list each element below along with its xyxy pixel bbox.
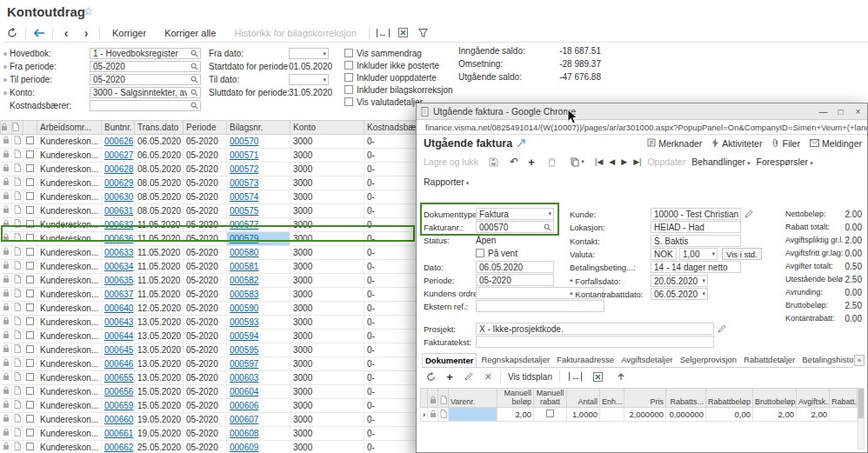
lokasjon-input[interactable]: HEIAD - Had	[651, 221, 741, 233]
cell-buntnr[interactable]: 000630	[102, 190, 135, 204]
cell-bilagsnr[interactable]: 000570	[227, 135, 290, 149]
row-note-icon[interactable]	[12, 177, 23, 190]
grid-row-note-icon[interactable]	[438, 408, 449, 422]
cell-bilagsnr[interactable]: 000593	[227, 316, 290, 330]
cell-bilagsnr[interactable]: 000608	[227, 427, 290, 441]
cell-bilagsnr[interactable]: 000609	[227, 441, 290, 453]
cell-bilagsnr[interactable]: 000604	[227, 385, 290, 399]
lookup-icon[interactable]	[190, 102, 198, 110]
grid-upload-icon[interactable]	[612, 369, 630, 384]
row-checkbox[interactable]	[23, 218, 37, 232]
pa-vent-checkbox[interactable]	[476, 249, 484, 257]
row-note-icon[interactable]	[12, 371, 23, 385]
cell-buntnr[interactable]: 000636	[102, 232, 135, 246]
cell-buntnr[interactable]: 000640	[102, 302, 135, 316]
cell-bilagsnr[interactable]: 000583	[227, 288, 290, 302]
cell-buntnr[interactable]: 000660	[102, 413, 135, 427]
cell-buntnr[interactable]: 000644	[102, 330, 135, 343]
checkbox-box[interactable]	[344, 61, 353, 70]
til-dato-input[interactable]: ▾	[289, 74, 329, 85]
betalingsbetingelser-input[interactable]: 14 - 14 dager netto	[651, 261, 741, 273]
cell-buntnr[interactable]: 000635	[102, 274, 135, 288]
cell-bilagsnr[interactable]: 000572	[227, 163, 290, 177]
lookup-icon[interactable]	[190, 50, 198, 57]
row-checkbox[interactable]	[23, 371, 37, 385]
row-checkbox[interactable]	[23, 316, 37, 330]
kostnadsbaerer-input[interactable]	[90, 100, 201, 111]
tab-avgiftsdetaljer[interactable]: Avgiftsdetaljer	[618, 353, 676, 367]
edit-pencil-icon[interactable]	[718, 324, 726, 333]
row-note-icon[interactable]	[12, 399, 23, 413]
edit-pencil-icon[interactable]	[744, 210, 753, 218]
tabs-overflow-icon[interactable]: »	[854, 355, 865, 366]
column-header-bilagsnr[interactable]: Bilagsnr.	[227, 121, 290, 135]
lookup-icon[interactable]	[544, 223, 551, 231]
row-note-icon[interactable]	[12, 413, 23, 427]
row-checkbox[interactable]	[23, 260, 37, 274]
grid-column-manuell-belop[interactable]: Manuell beløp	[497, 389, 534, 408]
periode-input[interactable]: 05-2020	[476, 274, 554, 286]
row-note-icon[interactable]	[12, 330, 23, 343]
checkbox-box[interactable]	[344, 85, 353, 94]
cell-rabatt[interactable]	[830, 408, 858, 422]
row-checkbox[interactable]	[23, 413, 37, 427]
cell-avgiftskategori[interactable]: 2,00	[797, 408, 830, 422]
row-checkbox[interactable]	[23, 274, 37, 288]
row-note-icon[interactable]	[12, 218, 23, 232]
row-checkbox[interactable]	[23, 357, 37, 371]
row-checkbox[interactable]	[23, 163, 37, 177]
row-checkbox[interactable]	[23, 302, 37, 316]
cell-bilagsnr[interactable]: 000574	[227, 190, 290, 204]
korriger-alle-button[interactable]: Korriger alle	[157, 26, 224, 40]
checkbox-inkluder-ikke-posterte[interactable]: Inkluder ikke posterte	[344, 59, 453, 71]
row-checkbox[interactable]	[23, 427, 37, 441]
cell-buntnr[interactable]: 000645	[102, 343, 135, 357]
row-note-icon[interactable]	[12, 316, 23, 330]
grid-column-enhet[interactable]: Enh...	[600, 389, 624, 408]
row-checkbox[interactable]	[23, 288, 37, 302]
column-header-trans-dato[interactable]: Trans.dato	[135, 121, 184, 135]
cell-buntnr[interactable]: 000659	[102, 399, 135, 413]
filter-icon[interactable]	[414, 25, 431, 41]
cell-bilagsnr[interactable]: 000580	[227, 246, 290, 260]
cell-bilagsnr[interactable]: 000595	[227, 343, 290, 357]
cell-buntnr[interactable]: 000637	[102, 288, 135, 302]
tab-selgerprovisjon[interactable]: Selgerprovisjon	[678, 353, 739, 367]
grid-column-rabatt[interactable]: Rabatt...	[830, 389, 858, 408]
tab-dokumenter[interactable]: Dokumenter	[422, 353, 477, 367]
cell-manuell-belop[interactable]: 2,00	[497, 408, 534, 422]
vis-i-std-button[interactable]: Vis i std.	[722, 248, 762, 260]
row-note-icon[interactable]	[12, 260, 23, 274]
cell-buntnr[interactable]: 000643	[102, 316, 135, 330]
grid-fit-width-icon[interactable]: ↔	[567, 369, 584, 384]
row-checkbox[interactable]	[23, 149, 37, 163]
tab-regnskapsdetaljer[interactable]: Regnskapsdetaljer	[478, 353, 552, 367]
cell-pris[interactable]: 2,000000	[624, 408, 666, 422]
dokumenttype-select[interactable]: Faktura▾	[476, 208, 554, 220]
checkbox-box[interactable]	[344, 97, 353, 106]
grid-edit-icon[interactable]	[460, 369, 477, 384]
column-header-konto[interactable]: Konto	[290, 121, 364, 135]
row-note-icon[interactable]	[12, 441, 23, 453]
kontantrabattdato-input[interactable]: 06.05.2020▾	[651, 288, 708, 300]
favorite-star-icon[interactable]: ☆	[83, 5, 93, 17]
grid-delete-row-icon[interactable]: ✕	[483, 369, 493, 384]
row-checkbox[interactable]	[23, 135, 37, 149]
grid-column-rabattsats[interactable]: Rabatts...	[666, 389, 706, 408]
cell-bilagsnr[interactable]: 000597	[227, 357, 290, 371]
cell-buntnr[interactable]: 000628	[102, 163, 135, 177]
next-record-icon[interactable]: ›	[77, 25, 95, 41]
cell-bilagsnr[interactable]: 000573	[227, 177, 290, 190]
row-note-icon[interactable]	[12, 163, 23, 177]
refresh-icon[interactable]	[3, 25, 21, 41]
row-note-icon[interactable]	[12, 204, 23, 218]
row-note-icon[interactable]	[12, 149, 23, 163]
hovedbok-input[interactable]: 1 - Hovedboksregister	[90, 48, 201, 59]
cell-bilagsnr[interactable]: 000603	[227, 371, 290, 385]
row-note-icon[interactable]	[12, 427, 23, 441]
row-note-icon[interactable]	[12, 288, 23, 302]
grid-add-icon[interactable]: +	[444, 369, 455, 384]
dato-input[interactable]: 06.05.2020	[476, 261, 554, 273]
grid-column-rabattbelop[interactable]: Rabattbeløp	[706, 389, 753, 408]
fakturanr-input[interactable]: 000570	[476, 221, 554, 233]
